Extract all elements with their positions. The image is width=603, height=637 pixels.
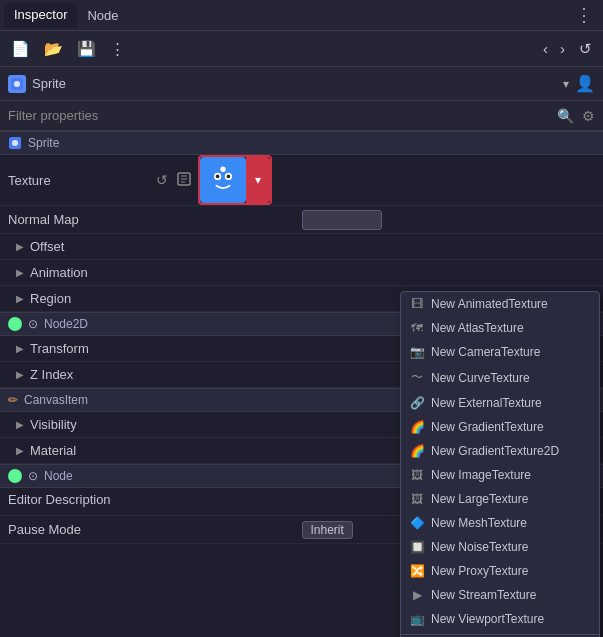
gradient-texture-icon: 🌈 <box>409 420 425 434</box>
material-label: Material <box>30 443 76 458</box>
z-index-arrow: ▶ <box>16 369 24 380</box>
dropdown-item-large-texture[interactable]: 🖼 New LargeTexture <box>401 487 599 511</box>
external-texture-icon: 🔗 <box>409 396 425 410</box>
svg-point-3 <box>12 140 18 146</box>
dropdown-item-label: New AtlasTexture <box>431 321 524 335</box>
pause-mode-value[interactable]: Inherit <box>302 521 353 539</box>
filter-settings-icon[interactable]: ⚙ <box>582 108 595 124</box>
dropdown-item-image-texture[interactable]: 🖼 New ImageTexture <box>401 463 599 487</box>
new-button[interactable]: 📄 <box>6 38 35 60</box>
visibility-arrow: ▶ <box>16 419 24 430</box>
texture-label: Texture <box>0 173 150 188</box>
dropdown-item-label: New NoiseTexture <box>431 540 528 554</box>
pause-mode-label: Pause Mode <box>8 522 302 537</box>
dropdown-item-label: New ImageTexture <box>431 468 531 482</box>
dropdown-item-label: New GradientTexture <box>431 420 544 434</box>
texture-dropdown-button[interactable]: ▾ <box>246 157 270 203</box>
image-texture-icon: 🖼 <box>409 468 425 482</box>
offset-label: Offset <box>30 239 64 254</box>
curve-texture-icon: 〜 <box>409 369 425 386</box>
save-button[interactable]: 💾 <box>72 38 101 60</box>
section-node-prefix: ⊙ <box>28 469 38 483</box>
transform-arrow: ▶ <box>16 343 24 354</box>
dropdown-item-label: New ProxyTexture <box>431 564 528 578</box>
node-icon <box>8 469 22 483</box>
dropdown-item-label: New CameraTexture <box>431 345 540 359</box>
dropdown-item-gradient-texture-2d[interactable]: 🌈 New GradientTexture2D <box>401 439 599 463</box>
animation-label: Animation <box>30 265 88 280</box>
normal-map-label: Normal Map <box>8 212 302 227</box>
texture-reset-icon[interactable]: ↺ <box>154 170 170 190</box>
transform-label: Transform <box>30 341 89 356</box>
dropdown-item-camera-texture[interactable]: 📷 New CameraTexture <box>401 340 599 364</box>
section-node2d-text: Node2D <box>44 317 88 331</box>
proxy-texture-icon: 🔀 <box>409 564 425 578</box>
texture-row: Texture ↺ <box>0 155 603 206</box>
tab-node[interactable]: Node <box>77 4 128 27</box>
dropdown-item-label: New MeshTexture <box>431 516 527 530</box>
noise-texture-icon: 🔲 <box>409 540 425 554</box>
open-button[interactable]: 📂 <box>39 38 68 60</box>
toolbar: 📄 📂 💾 ⋮ ‹ › ↺ <box>0 31 603 67</box>
offset-expand[interactable]: ▶ Offset <box>0 234 603 260</box>
section-sprite-label: Sprite <box>28 136 59 150</box>
large-texture-icon: 🖼 <box>409 492 425 506</box>
history-button[interactable]: ↺ <box>574 38 597 60</box>
dropdown-item-label: New ViewportTexture <box>431 612 544 626</box>
section-node2d-label: ⊙ <box>28 317 38 331</box>
dropdown-item-stream-texture[interactable]: ▶ New StreamTexture <box>401 583 599 607</box>
normal-map-value[interactable] <box>302 210 382 230</box>
region-label: Region <box>30 291 71 306</box>
dropdown-item-curve-texture[interactable]: 〜 New CurveTexture <box>401 364 599 391</box>
tab-inspector[interactable]: Inspector <box>4 3 77 28</box>
dropdown-item-external-texture[interactable]: 🔗 New ExternalTexture <box>401 391 599 415</box>
dropdown-item-animated-texture[interactable]: 🎞 New AnimatedTexture <box>401 292 599 316</box>
dropdown-item-mesh-texture[interactable]: 🔷 New MeshTexture <box>401 511 599 535</box>
offset-arrow: ▶ <box>16 241 24 252</box>
canvas-pencil-icon: ✏ <box>8 393 18 407</box>
dropdown-item-label: New GradientTexture2D <box>431 444 559 458</box>
stream-texture-icon: ▶ <box>409 588 425 602</box>
dropdown-item-proxy-texture[interactable]: 🔀 New ProxyTexture <box>401 559 599 583</box>
atlas-texture-icon: 🗺 <box>409 321 425 335</box>
viewport-texture-icon: 📺 <box>409 612 425 626</box>
filter-placeholder: Filter properties <box>8 108 557 123</box>
dropdown-item-label: New StreamTexture <box>431 588 536 602</box>
user-icon[interactable]: 👤 <box>575 74 595 93</box>
dropdown-item-label: New ExternalTexture <box>431 396 542 410</box>
editor-description-label: Editor Description <box>8 492 111 507</box>
dropdown-item-atlas-texture[interactable]: 🗺 New AtlasTexture <box>401 316 599 340</box>
animation-expand[interactable]: ▶ Animation <box>0 260 603 286</box>
dropdown-item-noise-texture[interactable]: 🔲 New NoiseTexture <box>401 535 599 559</box>
texture-edit-icon[interactable] <box>174 169 194 192</box>
z-index-label: Z Index <box>30 367 73 382</box>
texture-dropdown-menu: 🎞 New AnimatedTexture 🗺 New AtlasTexture… <box>400 291 600 637</box>
inspector-main: Sprite Texture ↺ <box>0 131 603 544</box>
filter-bar: Filter properties 🔍 ⚙ <box>0 101 603 131</box>
svg-point-8 <box>216 175 220 179</box>
mesh-texture-icon: 🔷 <box>409 516 425 530</box>
search-icon[interactable]: 🔍 <box>557 108 574 124</box>
dropdown-item-label: New LargeTexture <box>431 492 528 506</box>
back-button[interactable]: ‹ <box>538 38 553 59</box>
region-arrow: ▶ <box>16 293 24 304</box>
visibility-label: Visibility <box>30 417 77 432</box>
sprite-icon <box>8 75 26 93</box>
animated-texture-icon: 🎞 <box>409 297 425 311</box>
toolbar-menu-button[interactable]: ⋮ <box>105 38 130 60</box>
node-name-label: Sprite <box>32 76 557 91</box>
animation-arrow: ▶ <box>16 267 24 278</box>
tab-menu-icon[interactable]: ⋮ <box>569 4 599 26</box>
dropdown-item-gradient-texture[interactable]: 🌈 New GradientTexture <box>401 415 599 439</box>
svg-point-10 <box>220 167 225 172</box>
dropdown-item-viewport-texture[interactable]: 📺 New ViewportTexture <box>401 607 599 631</box>
gradient-texture-2d-icon: 🌈 <box>409 444 425 458</box>
forward-button[interactable]: › <box>555 38 570 59</box>
section-canvas-label: CanvasItem <box>24 393 88 407</box>
dropdown-separator-1 <box>401 634 599 635</box>
node2d-icon <box>8 317 22 331</box>
node-dropdown-icon[interactable]: ▾ <box>563 77 569 91</box>
node-selector: Sprite ▾ 👤 <box>0 67 603 101</box>
svg-point-9 <box>227 175 231 179</box>
tab-bar: Inspector Node ⋮ <box>0 0 603 31</box>
